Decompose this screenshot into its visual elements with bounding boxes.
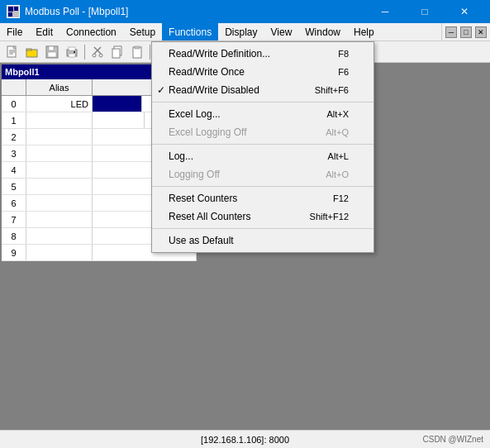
cell-num-4: 4 [2,162,26,178]
cell-num-1: 1 [2,112,26,128]
excel-log-shortcut: Alt+X [326,109,349,119]
restore-sub-button[interactable]: ─ [445,26,457,38]
svg-rect-2 [14,7,18,11]
cell-rest-1 [93,112,145,128]
check-icon: ✓ [157,84,165,96]
functions-dropdown: Read/Write Definition... F8 Read/Write O… [151,41,374,253]
separator-1 [152,102,373,102]
save-button[interactable] [43,43,61,61]
menu-display[interactable]: Display [218,23,264,41]
rw-disabled-shortcut: Shift+F6 [315,85,349,95]
cell-num-9: 9 [2,245,26,260]
rw-definition-label: Read/Write Definition... [169,48,270,60]
menu-rw-definition[interactable]: Read/Write Definition... F8 [152,45,373,63]
cell-alias-8 [26,228,93,244]
cell-val-0 [93,96,142,112]
svg-rect-25 [135,46,140,49]
separator-1 [84,45,85,60]
svg-rect-16 [69,54,75,57]
window-controls: ─ □ ✕ [366,0,483,23]
cell-alias-6 [26,195,93,211]
cell-num-5: 5 [2,179,26,194]
menu-edit[interactable]: Edit [29,23,59,41]
window-title: Modbus Poll - [Mbpoll1] [25,6,366,17]
cell-num-6: 6 [2,195,26,211]
rw-once-label: Read/Write Once [169,66,245,78]
cell-num-7: 7 [2,212,26,227]
menu-use-as-default[interactable]: Use as Default [152,231,373,250]
rw-once-shortcut: F6 [338,67,349,77]
svg-point-20 [93,54,96,57]
cell-alias-1 [26,112,93,128]
menu-reset-counters[interactable]: Reset Counters F12 [152,189,373,207]
close-button[interactable]: ✕ [445,0,483,23]
menu-bar: File Edit Connection Setup Functions Dis… [0,23,490,41]
svg-rect-3 [8,12,12,17]
reset-all-counters-label: Reset All Counters [169,211,250,222]
menu-log[interactable]: Log... Alt+L [152,147,373,165]
svg-rect-10 [26,49,31,50]
maximize-button[interactable]: □ [406,0,444,23]
cell-num-2: 2 [2,129,26,145]
menu-window[interactable]: Window [298,23,347,41]
excel-logging-off-shortcut: Alt+Q [326,127,349,137]
menu-connection[interactable]: Connection [59,23,123,41]
cell-alias-3 [26,145,93,161]
logging-off-shortcut: Alt+O [326,169,349,179]
svg-point-21 [99,54,102,57]
cell-alias-9 [26,245,93,260]
logging-off-label: Logging Off [169,169,220,180]
col-alias-header: Alias [26,79,93,95]
open-button[interactable] [23,43,41,61]
cell-alias-4 [26,162,93,178]
separator-2 [150,45,150,60]
bottom-status-bar: [192.168.1.106]: 8000 CSDN @WIZnet [0,430,490,448]
reset-counters-label: Reset Counters [169,193,237,204]
menu-view[interactable]: View [264,23,299,41]
menu-rw-disabled[interactable]: ✓ Read/Write Disabled Shift+F6 [152,81,373,99]
svg-rect-1 [8,7,13,12]
paste-button[interactable] [128,43,146,61]
separator-4 [152,228,373,229]
log-label: Log... [169,150,193,162]
branding-text: CSDN @WIZnet [423,435,484,444]
inner-window-title: Mbpoll1 [5,67,40,77]
cell-alias-7 [26,212,93,227]
print-button[interactable] [63,43,81,61]
rw-definition-shortcut: F8 [338,49,349,59]
connection-status: [192.168.1.106]: 8000 [201,435,289,445]
menu-functions[interactable]: Functions [162,23,218,41]
new-button[interactable] [3,43,21,61]
cut-button[interactable] [88,43,107,61]
maximize-sub-button[interactable]: □ [460,26,472,38]
cell-num-0: 0 [2,96,26,112]
separator-2 [152,144,373,145]
svg-rect-23 [112,49,120,58]
svg-rect-15 [69,47,75,50]
menu-setup[interactable]: Setup [123,23,162,41]
svg-rect-13 [48,52,56,57]
use-as-default-label: Use as Default [169,235,234,246]
copy-button[interactable] [108,43,126,61]
log-shortcut: Alt+L [328,151,349,161]
col-num-header [2,79,26,95]
menu-file[interactable]: File [0,23,29,41]
menu-excel-log[interactable]: Excel Log... Alt+X [152,105,373,123]
menu-rw-once[interactable]: Read/Write Once F6 [152,63,373,81]
menu-help[interactable]: Help [347,23,381,41]
excel-logging-off-label: Excel Logging Off [169,126,247,138]
cell-alias-5 [26,179,93,194]
app-icon [7,5,20,18]
cell-alias-0: LED [26,96,93,112]
minimize-button[interactable]: ─ [366,0,404,23]
svg-point-17 [74,51,75,53]
cell-num-3: 3 [2,145,26,161]
reset-all-counters-shortcut: Shift+F12 [310,212,349,222]
cell-num-8: 8 [2,228,26,244]
close-sub-button[interactable]: ✕ [475,26,487,38]
cell-alias-2 [26,129,93,145]
menu-reset-all-counters[interactable]: Reset All Counters Shift+F12 [152,207,373,226]
menu-excel-logging-off[interactable]: Excel Logging Off Alt+Q [152,123,373,141]
menu-logging-off[interactable]: Logging Off Alt+O [152,165,373,183]
excel-log-label: Excel Log... [169,108,221,120]
